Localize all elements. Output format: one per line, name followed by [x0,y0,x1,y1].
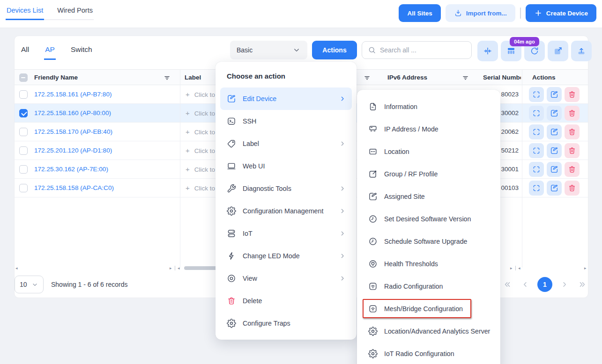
edit-row-button[interactable] [547,87,562,102]
submenu-item[interactable]: Schedule Software Upgrade [357,230,500,253]
serial-number-cell: 30001 [501,160,519,179]
submenu-item[interactable]: Mesh/Bridge Configuration [357,298,500,320]
expand-row-button[interactable] [529,124,544,139]
device-name-link[interactable]: 172.25.158.158 (AP-CA:C0) [34,179,114,197]
device-name-link[interactable]: 172.25.201.120 (AP-D1:80) [34,141,112,160]
import-from-button[interactable]: Import from... [446,4,515,22]
delete-row-button[interactable] [565,162,580,177]
add-label-cell[interactable]: +Click to [186,85,215,104]
toolbar-icon-button[interactable] [548,41,568,61]
action-menu-item[interactable]: View [220,267,352,290]
plus-icon: + [186,146,190,154]
action-menu-item[interactable]: Diagnostic Tools [220,177,352,200]
trash-icon [568,90,576,99]
action-menu-item[interactable]: Change LED Mode [220,245,352,267]
select-all-checkbox[interactable] [19,73,28,82]
scroll-right-arrow-icon[interactable]: ▸ [584,265,587,271]
column-header-friendly-name[interactable]: Friendly Name [34,70,78,86]
submenu-item[interactable]: Radio Configuration [357,275,500,298]
scroll-right-arrow-icon[interactable]: ▸ [510,265,513,271]
delete-row-button[interactable] [565,181,580,196]
actions-button[interactable]: Actions [312,41,357,59]
page-tab[interactable]: Wired Ports [56,3,94,20]
row-checkbox[interactable] [19,165,28,174]
submenu-item[interactable]: IP Address / Mode [357,118,500,140]
scroll-left-arrow-icon[interactable]: ◂ [15,265,18,271]
page-tab[interactable]: Devices List [6,3,44,20]
expand-row-button[interactable] [529,162,544,177]
device-type-tab[interactable]: Switch [70,43,93,60]
expand-row-button[interactable] [529,143,544,158]
expand-row-button[interactable] [529,87,544,102]
add-label-cell[interactable]: +Click to [186,141,215,160]
action-menu-item[interactable]: SSH [220,110,352,132]
chevron-right-icon [339,207,346,215]
scroll-left-arrow-icon[interactable]: ◂ [178,265,180,271]
edit-row-button[interactable] [547,181,562,196]
column-header-serial[interactable]: Serial Number [483,70,521,86]
device-type-tab[interactable]: AP [44,43,56,60]
column-header-label[interactable]: Label [185,70,201,86]
add-label-cell[interactable]: +Click to [186,179,215,198]
row-checkbox[interactable] [19,109,28,117]
device-name-link[interactable]: 172.25.158.170 (AP-EB:40) [34,123,112,141]
delete-row-button[interactable] [565,106,580,121]
toolbar-icon-button[interactable] [477,41,498,61]
action-menu-item[interactable]: Delete [220,290,352,312]
add-label-cell[interactable]: +Click to [186,123,215,142]
delete-row-button[interactable] [565,87,580,102]
submenu-item[interactable]: Health Thresholds [357,253,500,275]
device-type-tab[interactable]: All [20,43,30,60]
row-checkbox[interactable] [19,184,28,192]
action-menu-item[interactable]: Label [220,132,352,155]
pagination-next-button[interactable] [559,279,570,290]
submenu-item[interactable]: Location/Advanced Analytics Server [357,320,500,342]
edit-row-button[interactable] [547,106,562,121]
filter-icon[interactable] [364,74,371,81]
delete-row-button[interactable] [565,124,580,139]
edit-row-button[interactable] [547,124,562,139]
scroll-left-arrow-icon[interactable]: ◂ [518,265,520,271]
device-name-link[interactable]: 172.25.158.160 (AP-80:00) [34,104,111,123]
action-menu-item[interactable]: Configuration Management [220,200,352,222]
toolbar-icon-button[interactable] [571,41,592,61]
row-checkbox[interactable] [19,128,28,136]
submenu-item[interactable]: Location [357,140,500,163]
column-divider [522,69,522,268]
edit-row-button[interactable] [547,162,562,177]
device-name-link[interactable]: 172.25.158.161 (AP-B7:80) [34,85,112,104]
pagination-last-button[interactable] [577,279,588,290]
filter-icon[interactable] [164,74,171,81]
scroll-right-arrow-icon[interactable]: ▸ [170,265,172,271]
action-menu-item[interactable]: Web UI [220,155,352,177]
page-size-select[interactable]: 10 [15,276,44,293]
add-label-cell[interactable]: +Click to [186,160,215,179]
view-mode-select[interactable]: Basic [230,41,307,59]
gear-icon [227,319,236,328]
action-menu-item[interactable]: Edit Device [220,87,352,110]
device-name-link[interactable]: 172.25.30.162 (AP-7E:00) [34,160,108,179]
delete-row-button[interactable] [565,143,580,158]
expand-row-button[interactable] [529,181,544,196]
column-header-ipv6[interactable]: IPv6 Address [387,70,427,86]
wrench-icon [227,184,236,193]
pagination-first-button[interactable] [502,279,513,290]
action-menu-item[interactable]: Configure Traps [220,312,352,335]
submenu-item[interactable]: Assigned Site [357,185,500,208]
action-menu-item[interactable]: IoT [220,222,352,245]
search-input[interactable] [380,46,466,54]
submenu-item[interactable]: Information [357,95,500,118]
filter-icon[interactable] [462,74,469,81]
row-checkbox[interactable] [19,90,28,99]
edit-row-button[interactable] [547,143,562,158]
submenu-item[interactable]: Group / RF Profile [357,163,500,185]
pagination-prev-button[interactable] [520,279,531,290]
create-device-button[interactable]: Create Device [526,4,596,22]
submenu-item[interactable]: Set Desired Software Version [357,208,500,230]
pagination-current-page[interactable]: 1 [537,277,552,292]
row-checkbox[interactable] [19,146,28,155]
all-sites-button[interactable]: All Sites [399,4,440,22]
add-label-cell[interactable]: +Click to [186,104,215,123]
expand-row-button[interactable] [529,106,544,121]
submenu-item[interactable]: IoT Radio Configuration [357,342,500,364]
